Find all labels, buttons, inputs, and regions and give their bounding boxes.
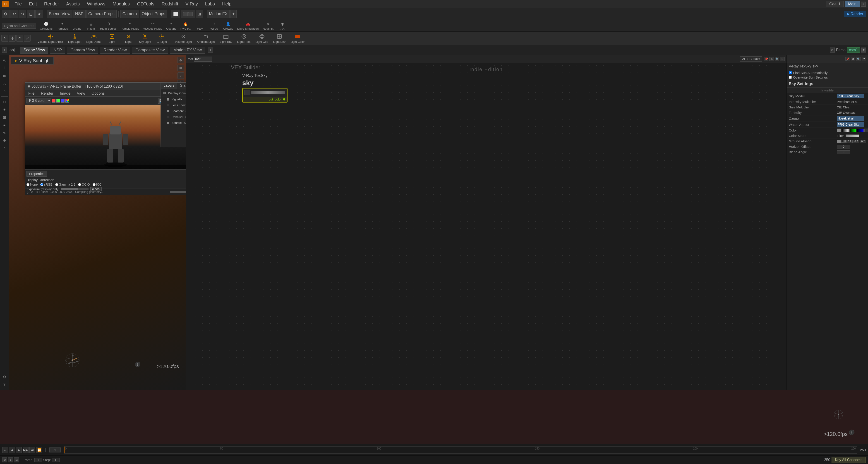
sidebar-bottom-2[interactable]: ? (1, 381, 8, 388)
tool-btn-2[interactable]: ↩ (10, 10, 18, 18)
rfb-menu-image[interactable]: Image (58, 90, 72, 97)
object-tool[interactable]: Object Props (140, 10, 167, 18)
menu-labs[interactable]: Labs (204, 0, 216, 7)
workspace-tab-gaell1[interactable]: Gaell1 (826, 1, 844, 7)
cam-info-btn[interactable]: ℹ (135, 362, 141, 367)
srgb-radio[interactable]: sRGB (40, 183, 52, 186)
sidebar-tool5[interactable]: ○ (1, 88, 8, 95)
layout-quad[interactable]: ⊞ (196, 10, 203, 18)
color-r-input[interactable] (864, 129, 868, 132)
vex-close-btn[interactable]: ✕ (780, 57, 785, 61)
light-color[interactable]: Light Env (271, 32, 288, 44)
sidebar-tool2[interactable]: ◊ (1, 65, 8, 71)
icc-radio[interactable]: ICC (93, 183, 102, 186)
rfb-color-red[interactable] (52, 99, 56, 102)
ground-albedo-swatch[interactable] (837, 140, 841, 143)
menu-odtools[interactable]: ODTools (135, 0, 156, 7)
menu-help[interactable]: Help (221, 0, 233, 7)
status-step-input[interactable] (52, 458, 60, 462)
nav-btn-3[interactable]: ○ (178, 72, 184, 79)
lc-pyrofx[interactable]: 🔥Pyro FX (179, 21, 193, 31)
tab-render-view[interactable]: Render View (100, 47, 130, 54)
status-frame-input[interactable] (34, 458, 42, 462)
sidebar-tool8[interactable]: ⊞ (1, 114, 8, 121)
menu-vray[interactable]: V-Ray (184, 0, 199, 7)
sidebar-tool12[interactable]: ○ (1, 145, 8, 151)
menu-file[interactable]: File (13, 0, 23, 7)
lc-particle-fluids[interactable]: ~Particle Fluids (119, 21, 141, 31)
camera-props-btn[interactable]: Camera Props (86, 10, 117, 18)
sky-settings-btn[interactable]: ⚙ (851, 57, 855, 61)
light-area[interactable]: Light (104, 32, 120, 44)
tab-motion-fx[interactable]: Motion FX View (170, 47, 205, 54)
lc-crowds[interactable]: 👤Crowds (221, 21, 235, 31)
rfb-color-green[interactable] (56, 99, 60, 102)
nsp-btn[interactable]: NSP (73, 10, 86, 18)
rfb-color-wheel[interactable] (65, 99, 69, 102)
light-indirect[interactable]: Light (120, 32, 136, 44)
texsky-node-box[interactable]: out_color (242, 88, 287, 102)
motion-fx[interactable]: Motion FX (207, 10, 229, 18)
light-geo[interactable]: Light Rect (235, 32, 253, 44)
light-rig[interactable]: Ambient Light (194, 32, 217, 44)
tool-btn-1[interactable]: ⚙ (2, 10, 9, 18)
transport-play[interactable]: ▶ (16, 447, 22, 453)
light-gi[interactable]: GI Light (154, 32, 169, 44)
sidebar-tool10[interactable]: ∿ (1, 129, 8, 136)
transport-next[interactable]: ▶▶ (23, 447, 29, 453)
rfb-menu-view[interactable]: View (75, 90, 87, 97)
rfb-menu-file[interactable]: File (27, 90, 36, 97)
sidebar-select[interactable]: ↖ (1, 57, 8, 64)
light-tool-move[interactable]: ✛ (9, 35, 16, 42)
persp-cam-btn[interactable]: ⊙ (830, 48, 835, 53)
cam-tool[interactable]: Camera (120, 10, 139, 18)
properties-tab[interactable]: Properties (27, 171, 47, 177)
layer-denoiser[interactable]: Denoiser: unavailable (162, 114, 186, 120)
lc-particles[interactable]: ✦Particles (55, 21, 70, 31)
ocio-radio[interactable]: OCIO (78, 183, 90, 186)
transport-end[interactable]: ⏭ (29, 447, 35, 453)
cam-settings-btn[interactable]: ▼ (861, 48, 866, 53)
lc-infium[interactable]: ◎Infium (84, 21, 98, 31)
add-tab-btn[interactable]: + (861, 2, 866, 6)
light-volume-direct[interactable]: Volume Light Direct (35, 32, 65, 44)
gamma-radio[interactable]: Gamma 2.2 (55, 183, 75, 186)
rfb-menu-options[interactable]: Options (90, 90, 106, 97)
menu-redshift[interactable]: Redshift (160, 0, 180, 7)
timeline-ruler[interactable]: 050100150200250 (64, 446, 857, 454)
light-env[interactable]: Light Geo (253, 32, 270, 44)
menu-render[interactable]: Render (43, 0, 60, 7)
light-tool-scale[interactable]: ⤢ (24, 35, 31, 42)
lc-redshift[interactable]: ◈Redshift (261, 21, 275, 31)
layer-source-rgb[interactable]: Source: RGB (162, 120, 186, 126)
lc-drive-sim[interactable]: 🚗Drive Simulation (236, 21, 260, 31)
lc-rigid-bodies[interactable]: ⬡Rigid Bodies (98, 21, 118, 31)
sky-pin-btn[interactable]: 📌 (845, 57, 850, 61)
layer-lens-effects[interactable]: Lens Effects (162, 102, 186, 108)
menu-modules[interactable]: Modules (111, 0, 131, 7)
lc-viscous-fluids[interactable]: 〰Viscous Fluids (141, 21, 164, 31)
viewport-menu-btn[interactable]: ≡ (2, 48, 7, 53)
sidebar-tool3[interactable]: ⊕ (1, 72, 8, 79)
layout-single[interactable]: ⬜ (171, 10, 180, 18)
sidebar-tool11[interactable]: ⊕ (1, 137, 8, 144)
lc-wires[interactable]: ⌇Wires (207, 21, 221, 31)
sidebar-bottom-1[interactable]: ⚙ (1, 373, 8, 380)
sky-help-btn[interactable]: ? (862, 57, 866, 61)
tab-scene-view[interactable]: Scene View (20, 47, 49, 54)
cam1-btn[interactable]: cam1 (847, 47, 860, 53)
tool-btn-4[interactable]: ◻ (27, 10, 35, 18)
lc-oceans[interactable]: ≈Oceans (164, 21, 178, 31)
water-vapour-dropdown[interactable]: PRG Clear Sky (837, 122, 864, 127)
light-tool-rotate[interactable]: ↻ (16, 35, 23, 42)
menu-assets[interactable]: Assets (65, 0, 81, 7)
status-icon-1[interactable]: ⚙ (2, 458, 7, 462)
sidebar-tool4[interactable]: △ (1, 80, 8, 87)
exposure-slider[interactable] (61, 188, 89, 190)
lc-fem[interactable]: ⊞FEM (193, 21, 207, 31)
key-all-channels-btn[interactable]: Key All Channels (832, 457, 866, 463)
rfb-menu-render[interactable]: Render (39, 90, 55, 97)
ground-albedo-z[interactable] (860, 140, 866, 143)
menu-windows[interactable]: Windows (86, 0, 106, 7)
sidebar-tool7[interactable]: ✦ (1, 106, 8, 113)
